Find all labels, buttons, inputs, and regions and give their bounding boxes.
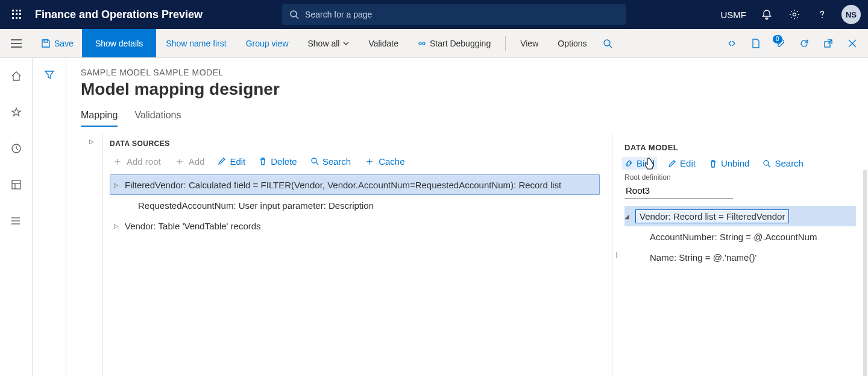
tree-node[interactable]: Name: String = @.'name()' bbox=[624, 247, 856, 267]
search-icon bbox=[289, 10, 299, 19]
chevron-right-icon[interactable]: ▷ bbox=[114, 182, 125, 188]
root-definition-label: Root definition bbox=[624, 173, 856, 182]
tab-mapping[interactable]: Mapping bbox=[81, 110, 118, 127]
svg-point-20 bbox=[604, 40, 610, 46]
pencil-icon bbox=[218, 157, 226, 165]
toolbar-search-icon[interactable] bbox=[597, 33, 618, 54]
popout-icon[interactable] bbox=[817, 33, 839, 54]
chevron-down-icon[interactable]: ◢ bbox=[624, 213, 635, 220]
svg-point-37 bbox=[764, 161, 769, 165]
save-button[interactable]: Save bbox=[33, 29, 82, 57]
attachments-icon[interactable]: 0 bbox=[769, 33, 791, 54]
bind-button[interactable]: Bind bbox=[622, 157, 657, 170]
svg-point-18 bbox=[423, 42, 425, 45]
data-model-tree: ◢ Vendor: Record list = FilteredVendor A… bbox=[624, 206, 856, 267]
search-icon bbox=[763, 159, 771, 168]
notifications-icon[interactable] bbox=[755, 2, 779, 27]
modules-icon[interactable] bbox=[4, 209, 28, 233]
tree-node[interactable]: ▷ Vendor: Table 'VendTable' records bbox=[110, 215, 600, 236]
home-icon[interactable] bbox=[4, 64, 28, 88]
svg-rect-26 bbox=[12, 180, 20, 189]
search-button[interactable]: Search bbox=[310, 156, 351, 167]
save-icon bbox=[41, 39, 51, 48]
svg-rect-8 bbox=[19, 17, 21, 19]
attachments-badge: 0 bbox=[773, 35, 782, 43]
svg-line-10 bbox=[296, 16, 298, 19]
svg-rect-3 bbox=[12, 13, 14, 15]
svg-point-9 bbox=[291, 11, 297, 17]
unbind-button[interactable]: Unbind bbox=[709, 158, 750, 168]
start-debugging-button[interactable]: Start Debugging bbox=[408, 29, 500, 57]
scrollbar[interactable] bbox=[863, 170, 867, 376]
show-details-button[interactable]: Show details bbox=[82, 29, 156, 57]
favorites-icon[interactable] bbox=[4, 100, 28, 124]
svg-rect-0 bbox=[12, 10, 14, 11]
refresh-icon[interactable] bbox=[793, 33, 815, 54]
options-button[interactable]: Options bbox=[548, 29, 596, 57]
nav-toggle-icon[interactable] bbox=[0, 29, 33, 57]
svg-line-36 bbox=[316, 162, 318, 165]
recent-icon[interactable] bbox=[4, 136, 28, 161]
svg-point-11 bbox=[793, 13, 796, 16]
view-button[interactable]: View bbox=[511, 29, 548, 57]
tree-node[interactable]: AccountNumber: String = @.AccountNum bbox=[624, 226, 856, 247]
add-button[interactable]: ＋Add bbox=[174, 154, 205, 168]
svg-point-34 bbox=[11, 223, 13, 225]
svg-point-12 bbox=[822, 17, 823, 18]
edit-button[interactable]: Edit bbox=[218, 156, 245, 167]
show-all-dropdown[interactable]: Show all bbox=[298, 29, 359, 57]
close-icon[interactable] bbox=[841, 33, 863, 54]
tab-validations[interactable]: Validations bbox=[134, 110, 181, 127]
app-title: Finance and Operations Preview bbox=[29, 8, 210, 21]
chevron-down-icon bbox=[343, 42, 349, 45]
trash-icon bbox=[259, 157, 267, 165]
delete-button[interactable]: Delete bbox=[259, 156, 297, 167]
svg-rect-6 bbox=[12, 17, 14, 19]
search-button[interactable]: Search bbox=[763, 158, 804, 168]
tree-node[interactable]: ◢ Vendor: Record list = FilteredVendor bbox=[624, 206, 856, 226]
data-sources-heading: DATA SOURCES bbox=[110, 139, 600, 148]
show-name-first-button[interactable]: Show name first bbox=[156, 29, 236, 57]
chevron-right-icon[interactable]: ▷ bbox=[114, 223, 125, 229]
svg-line-38 bbox=[768, 165, 770, 167]
validate-button[interactable]: Validate bbox=[359, 29, 408, 57]
divider bbox=[505, 36, 506, 51]
breadcrumb: SAMPLE MODEL SAMPLE MODEL bbox=[81, 68, 868, 77]
legal-entity-picker[interactable]: USMF bbox=[716, 10, 752, 20]
workspaces-icon[interactable] bbox=[4, 173, 28, 197]
group-view-button[interactable]: Group view bbox=[236, 29, 298, 57]
data-model-heading: DATA MODEL bbox=[624, 143, 856, 152]
pencil-icon bbox=[668, 159, 676, 168]
splitter[interactable]: || bbox=[612, 133, 620, 376]
tabs: Mapping Validations bbox=[81, 110, 868, 127]
data-sources-panel: ▷ DATA SOURCES ＋Add root ＋Add Edit Delet… bbox=[81, 133, 612, 376]
add-root-button[interactable]: ＋Add root bbox=[112, 154, 161, 168]
user-avatar[interactable]: NS bbox=[841, 5, 861, 24]
waffle-icon[interactable] bbox=[5, 10, 29, 19]
page-title: Model mapping designer bbox=[81, 80, 868, 99]
root-definition-input[interactable] bbox=[624, 183, 733, 199]
svg-point-32 bbox=[11, 217, 13, 218]
search-placeholder: Search for a page bbox=[305, 10, 372, 19]
cache-button[interactable]: ＋Cache bbox=[364, 154, 404, 168]
edit-button[interactable]: Edit bbox=[668, 158, 696, 168]
tree-node[interactable]: ▷ FilteredVendor: Calculated field = FIL… bbox=[110, 174, 600, 195]
connector-icon[interactable] bbox=[721, 33, 743, 54]
help-icon[interactable] bbox=[810, 2, 834, 27]
panel-collapse-left[interactable]: ▷ bbox=[81, 133, 102, 376]
global-search-input[interactable]: Search for a page bbox=[282, 4, 626, 25]
svg-rect-16 bbox=[44, 40, 48, 42]
filter-icon[interactable] bbox=[39, 64, 60, 86]
svg-rect-4 bbox=[16, 13, 17, 15]
svg-rect-2 bbox=[19, 10, 21, 11]
svg-point-17 bbox=[419, 42, 421, 45]
action-toolbar: Save Show details Show name first Group … bbox=[0, 29, 868, 58]
trash-icon bbox=[709, 159, 717, 168]
svg-line-21 bbox=[609, 45, 612, 48]
svg-point-33 bbox=[11, 220, 13, 221]
tree-node[interactable]: RequestedAccountNum: User input paramete… bbox=[110, 195, 600, 215]
settings-icon[interactable] bbox=[782, 2, 807, 27]
nav-rail bbox=[0, 58, 33, 376]
svg-rect-5 bbox=[19, 13, 21, 15]
document-icon[interactable] bbox=[745, 33, 767, 54]
